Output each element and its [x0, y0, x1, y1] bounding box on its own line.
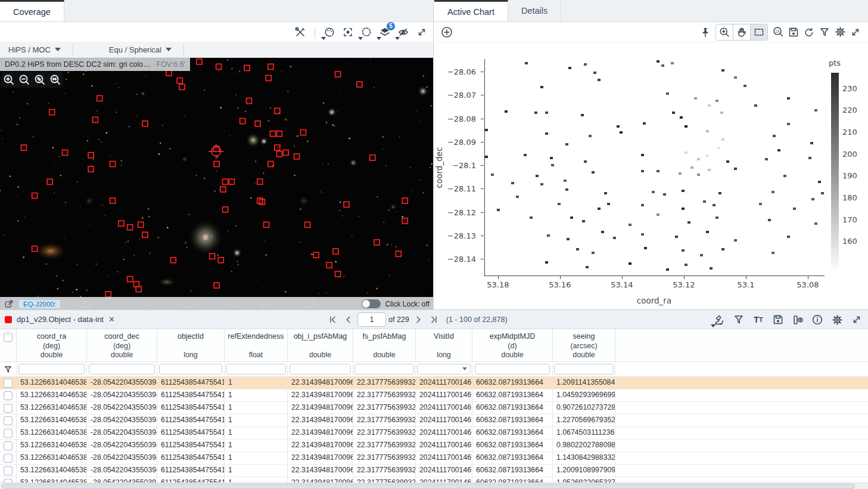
row-checkbox[interactable]	[4, 391, 13, 400]
pan-icon[interactable]	[733, 24, 751, 40]
x-tick-mark	[684, 276, 685, 279]
column-header-fs_psfAbMag[interactable]: fs_psfAbMagdouble	[353, 329, 416, 361]
column-header-refExtendedness[interactable]: refExtendednessfloat	[225, 329, 288, 361]
filter-input-coord_ra[interactable]	[18, 364, 85, 375]
restore-icon[interactable]	[801, 24, 817, 40]
filter-cell-seeing	[553, 362, 615, 376]
heatmap-cell	[545, 132, 548, 135]
filter-input-coord_dec[interactable]	[89, 364, 155, 375]
heatmap-cell	[643, 122, 646, 125]
column-header-objectId[interactable]: objectIdlong	[157, 329, 225, 361]
row-checkbox[interactable]	[4, 466, 13, 475]
tab-active-chart[interactable]: Active Chart	[434, 0, 508, 21]
column-header-obj_i_psfAbMag[interactable]: obj_i_psfAbMagdouble	[288, 329, 353, 361]
visibility-off-icon[interactable]	[396, 24, 411, 40]
prev-page-icon[interactable]	[342, 313, 355, 326]
select-all-checkbox[interactable]	[4, 333, 13, 342]
column-header-coord_ra[interactable]: coord_ra(deg)double	[17, 329, 87, 361]
layers-dropdown-caret	[377, 37, 381, 40]
cell-expMidptMJD: 60632.08719313664	[472, 377, 553, 389]
expand-icon[interactable]	[849, 312, 864, 327]
table-row[interactable]: 53.12266314046538-28.0542204355039476112…	[0, 377, 868, 389]
tools-icon[interactable]	[293, 24, 308, 40]
tab-details[interactable]: Details	[508, 0, 561, 21]
zoom-out-icon[interactable]	[17, 72, 32, 88]
save-icon[interactable]	[770, 312, 786, 327]
next-page-icon[interactable]	[412, 313, 425, 326]
column-header-VisitId[interactable]: VisitIdlong	[416, 329, 472, 361]
cell-fs_psfAbMag: 22.31777563993289	[353, 465, 416, 476]
column-header-expMidptMJD[interactable]: expMidptMJD(d)double	[472, 329, 553, 361]
filter-icon[interactable]	[731, 312, 746, 327]
row-checkbox[interactable]	[4, 454, 13, 463]
table-row[interactable]: 53.12266314046538-28.0542204355039476112…	[0, 465, 868, 477]
table-row[interactable]: 53.12266314046538-28.0542204355039476112…	[0, 440, 868, 452]
row-checkbox[interactable]	[4, 416, 13, 425]
zoom-original-icon[interactable]: 1X	[770, 24, 786, 40]
color-palette-icon[interactable]	[322, 24, 337, 40]
row-checkbox[interactable]	[4, 441, 13, 450]
box-select-icon[interactable]	[751, 24, 767, 40]
external-link-icon[interactable]	[4, 299, 14, 310]
info-icon[interactable]	[810, 312, 825, 327]
scrollbar-thumb[interactable]	[2, 484, 855, 489]
zoom-in-icon[interactable]	[1, 72, 17, 88]
horizontal-scrollbar[interactable]	[0, 482, 868, 489]
settings-gear-icon[interactable]	[832, 24, 848, 40]
text-view-icon[interactable]: TT	[751, 312, 766, 327]
click-lock-toggle[interactable]	[362, 299, 381, 308]
hips-sky-canvas[interactable]	[0, 58, 433, 311]
recenter-icon[interactable]	[340, 24, 356, 40]
pin-icon[interactable]	[698, 24, 713, 40]
zoom-fit-icon[interactable]	[32, 72, 48, 88]
settings-gear-icon[interactable]	[829, 312, 845, 327]
filter-input-fs_psfAbMag[interactable]	[354, 364, 414, 375]
heatmap-cell	[706, 130, 709, 132]
cell-refExtendedness: 1	[225, 465, 288, 476]
first-page-icon[interactable]	[326, 313, 340, 326]
tab-details-label: Details	[521, 6, 547, 16]
tab-coverage[interactable]: Coverage	[0, 0, 64, 21]
last-page-icon[interactable]	[427, 313, 440, 326]
plot-area[interactable]	[484, 59, 825, 276]
column-header-seeing[interactable]: seeing(arcsec)double	[553, 329, 615, 361]
hips-survey-overlay: DP0.2 HiPS from DESC DC2 sim: gri colo… …	[0, 58, 190, 71]
zoom-in-icon[interactable]	[716, 24, 733, 40]
save-icon[interactable]	[786, 24, 801, 40]
table-row[interactable]: 53.12266314046538-28.0542204355039476112…	[0, 414, 868, 427]
filter-input-obj_i_psfAbMag[interactable]	[290, 364, 351, 375]
add-chart-icon[interactable]	[439, 24, 455, 40]
expand-icon[interactable]	[414, 24, 430, 40]
row-checkbox[interactable]	[4, 429, 13, 438]
filter-input-expMidptMJD[interactable]	[475, 364, 550, 375]
table-row[interactable]: 53.12266314046538-28.0542204355039476112…	[0, 402, 868, 414]
expand-icon[interactable]	[848, 24, 863, 40]
filter-input-refExtendedness[interactable]	[226, 364, 285, 375]
close-icon[interactable]: ✕	[108, 315, 115, 324]
heatmap-chart[interactable]: coord_dec coord_ra pts 53.1853.1653.1453…	[434, 42, 868, 311]
palette-dropdown-caret	[321, 37, 326, 40]
add-column-icon[interactable]	[790, 312, 805, 327]
hips-moc-dropdown[interactable]: HiPS / MOC	[0, 45, 69, 54]
heatmap-cell	[721, 69, 724, 72]
row-checkbox[interactable]	[4, 379, 13, 388]
table-row[interactable]: 53.12266314046538-28.0542204355039476112…	[0, 427, 868, 440]
filter-input-objectId[interactable]	[159, 364, 223, 375]
y-tick-mark	[481, 72, 484, 72]
select-region-icon[interactable]	[359, 24, 374, 40]
filter-icon[interactable]	[817, 24, 832, 40]
inspect-icon[interactable]	[711, 312, 727, 327]
filter-input-seeing[interactable]	[554, 364, 614, 375]
table-row[interactable]: 53.12266314046538-28.0542204355039476112…	[0, 452, 868, 465]
sky-image[interactable]: DP0.2 HiPS from DESC DC2 sim: gri colo… …	[0, 58, 433, 311]
zoom-fill-icon[interactable]	[48, 72, 63, 88]
cell-objectId: 611254385447554104	[157, 427, 225, 439]
row-checkbox[interactable]	[4, 404, 13, 413]
cell-obj_i_psfAbMag: 22.31439481700967	[288, 427, 353, 439]
layers-icon[interactable]: 5	[377, 24, 393, 40]
projection-dropdown[interactable]: Equ / Spherical	[101, 45, 180, 54]
filter-dropdown-caret[interactable]	[462, 367, 467, 370]
table-row[interactable]: 53.12266314046538-28.0542204355039476112…	[0, 389, 868, 402]
page-number-input[interactable]	[357, 312, 386, 327]
column-header-coord_dec[interactable]: coord_dec(deg)double	[87, 329, 157, 361]
